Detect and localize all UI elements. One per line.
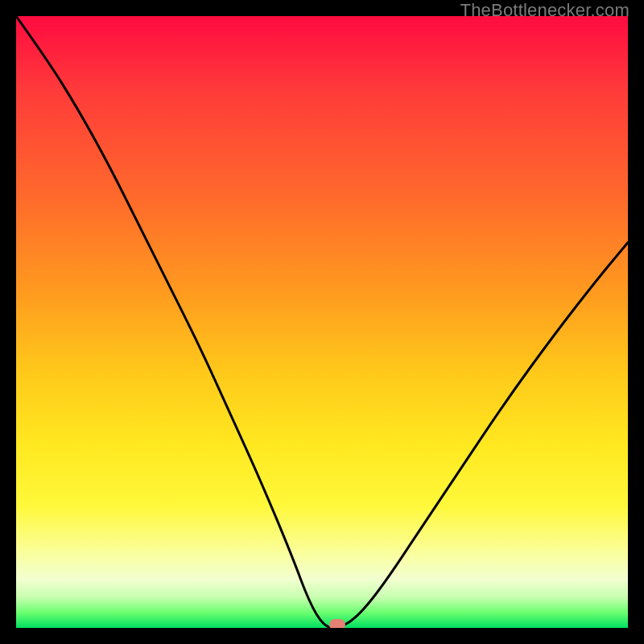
bottleneck-curve xyxy=(16,16,628,628)
curve-minimum-marker xyxy=(329,619,345,628)
plot-area xyxy=(16,16,628,628)
chart-stage: TheBottlenecker.com xyxy=(0,0,644,644)
